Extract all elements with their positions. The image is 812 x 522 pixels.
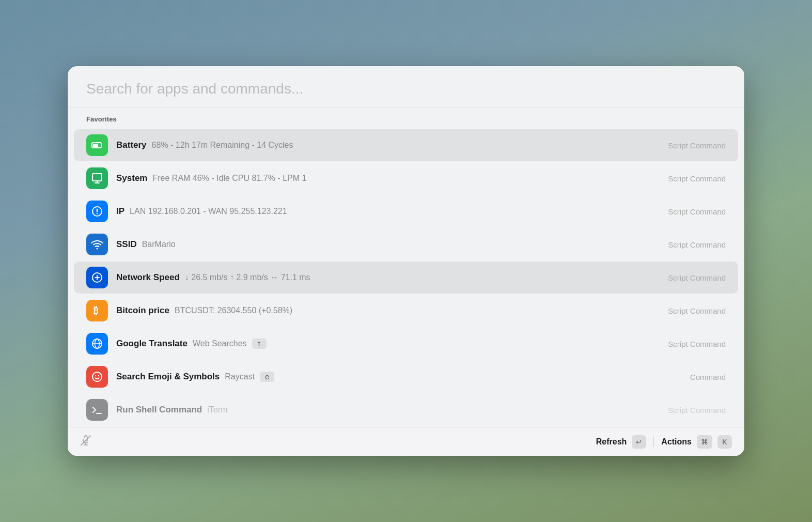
item-content-ssid: SSID BarMario [116,239,658,250]
item-icon-bitcoin: ₿ [86,300,108,321]
item-subtitle-system: Free RAM 46% - Idle CPU 81.7% - LPM 1 [152,174,306,183]
refresh-label: Refresh [596,437,627,447]
svg-rect-2 [92,174,102,181]
search-input[interactable] [86,81,726,97]
list-item-ssid[interactable]: SSID BarMario Script Command [74,228,738,260]
item-icon-network-speed [86,267,108,288]
item-content-battery: Battery 68% - 12h 17m Remaining - 14 Cyc… [116,140,658,150]
item-type-network-speed: Script Command [658,273,726,282]
enter-key: ↵ [632,435,646,449]
item-content-network-speed: Network Speed ↓ 26.5 mb/s ↑ 2.9 mb/s ↔ 7… [116,272,658,283]
item-subtitle-ssid: BarMario [142,240,176,249]
main-window: Favorites Battery 68% - 12h 17m Remainin… [68,66,744,456]
item-title-search-emoji: Search Emoji & Symbols [116,372,220,382]
svg-point-9 [95,375,96,376]
item-subtitle-ip: LAN 192.168.0.201 - WAN 95.255.123.221 [130,207,287,216]
cmd-key: ⌘ [697,435,712,449]
actions-label: Actions [661,437,692,447]
item-title-bitcoin: Bitcoin price [116,305,169,316]
item-type-bitcoin: Script Command [658,306,726,315]
list-item-search-emoji[interactable]: Search Emoji & Symbols Raycast e Command [74,361,738,393]
item-icon-system [86,167,108,189]
item-content-search-emoji: Search Emoji & Symbols Raycast e [116,372,680,382]
item-subtitle-google-translate: Web Searches [193,339,247,348]
footer-right: Refresh ↵ Actions ⌘ K [596,435,732,449]
list-item-bitcoin[interactable]: ₿ Bitcoin price BTCUSDT: 26304.550 (+0.5… [74,295,738,327]
item-content-ip: IP LAN 192.168.0.201 - WAN 95.255.123.22… [116,206,658,217]
item-title-system: System [116,173,147,183]
item-title-google-translate: Google Translate [116,339,188,349]
svg-point-4 [97,248,98,250]
item-subtitle-run-shell: iTerm [207,405,227,414]
item-badge-google-translate: t [252,339,267,349]
item-title-network-speed: Network Speed [116,272,180,283]
list-item-battery[interactable]: Battery 68% - 12h 17m Remaining - 14 Cyc… [74,129,738,161]
item-type-ssid: Script Command [658,240,726,249]
footer-divider [653,437,654,447]
item-subtitle-network-speed: ↓ 26.5 mb/s ↑ 2.9 mb/s ↔ 71.1 ms [185,273,310,282]
mic-icon [80,435,91,449]
list-item-system[interactable]: System Free RAM 46% - Idle CPU 81.7% - L… [74,162,738,194]
item-title-ssid: SSID [116,239,137,250]
footer-left [80,435,596,449]
item-icon-battery [86,134,108,156]
list-item-google-translate[interactable]: Google Translate Web Searches t Script C… [74,328,738,360]
item-title-battery: Battery [116,140,147,150]
item-type-battery: Script Command [658,141,726,150]
item-icon-run-shell [86,399,108,421]
footer: Refresh ↵ Actions ⌘ K [68,427,744,456]
svg-text:₿: ₿ [93,305,98,316]
item-content-bitcoin: Bitcoin price BTCUSDT: 26304.550 (+0.58%… [116,305,658,316]
svg-point-8 [92,372,102,381]
item-type-system: Script Command [658,174,726,183]
search-area [68,66,744,108]
item-type-run-shell: Script Command [658,406,726,414]
list-item-run-shell[interactable]: Run Shell Command iTerm Script Command [74,394,738,426]
item-icon-ssid [86,234,108,255]
item-subtitle-bitcoin: BTCUSDT: 26304.550 (+0.58%) [175,306,292,315]
item-type-search-emoji: Command [680,373,726,381]
item-icon-google-translate [86,333,108,355]
k-key: K [717,435,732,449]
list-item-ip[interactable]: IP LAN 192.168.0.201 - WAN 95.255.123.22… [74,195,738,227]
item-subtitle-battery: 68% - 12h 17m Remaining - 14 Cycles [152,141,293,150]
svg-rect-1 [93,144,98,147]
section-label: Favorites [68,115,744,128]
item-subtitle-search-emoji: Raycast [225,372,255,381]
item-icon-search-emoji [86,366,108,388]
item-title-run-shell: Run Shell Command [116,405,202,415]
item-content-google-translate: Google Translate Web Searches t [116,339,658,349]
item-type-ip: Script Command [658,207,726,216]
item-type-google-translate: Script Command [658,340,726,348]
item-content-run-shell: Run Shell Command iTerm [116,405,658,415]
svg-point-10 [98,375,99,376]
list-area: Favorites Battery 68% - 12h 17m Remainin… [68,108,744,427]
list-item-network-speed[interactable]: Network Speed ↓ 26.5 mb/s ↑ 2.9 mb/s ↔ 7… [74,262,738,294]
item-content-system: System Free RAM 46% - Idle CPU 81.7% - L… [116,173,658,183]
item-badge-search-emoji: e [260,372,274,382]
item-icon-ip [86,201,108,222]
item-title-ip: IP [116,206,124,217]
